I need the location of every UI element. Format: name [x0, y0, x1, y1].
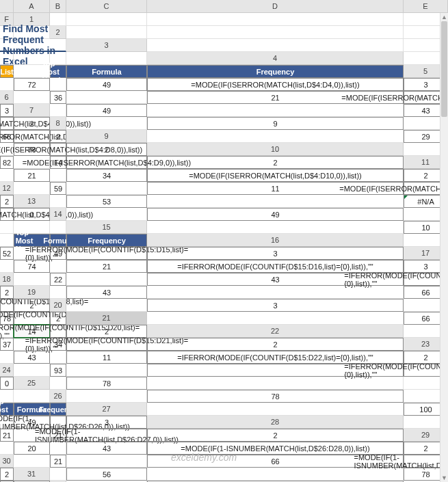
list-cell[interactable]: 22: [50, 273, 66, 286]
list-cell[interactable]: 21: [0, 429, 14, 442]
cell[interactable]: [147, 221, 404, 234]
row-header[interactable]: 7: [14, 104, 50, 117]
row-header[interactable]: 28: [147, 416, 404, 429]
row-header[interactable]: 8: [50, 117, 66, 130]
top-number-cell[interactable]: 43: [66, 442, 147, 455]
cell[interactable]: [0, 234, 14, 247]
cell[interactable]: [147, 377, 404, 390]
row-header[interactable]: 18: [0, 273, 14, 286]
vertical-scrollbar[interactable]: ▲ ▼: [440, 13, 448, 482]
cell[interactable]: [147, 26, 404, 39]
cell[interactable]: [66, 364, 147, 377]
frequency-cell[interactable]: 2: [66, 143, 147, 156]
frequency-cell[interactable]: 3: [0, 104, 14, 117]
top-numbers-header[interactable]: Top Most Numbers: [50, 65, 66, 78]
list-cell[interactable]: 93: [50, 364, 66, 377]
cell[interactable]: [50, 221, 66, 234]
cell[interactable]: [0, 169, 14, 182]
formula-cell[interactable]: =MODE(IF(ISERROR(MATCH(list,D$4:D12,0)),…: [0, 208, 14, 221]
formula-cell[interactable]: =MODE(IF(ISERROR(MATCH(list,D$4:D8,0)),l…: [50, 143, 66, 156]
list-cell[interactable]: 3: [147, 299, 404, 312]
frequency-cell[interactable]: 2: [14, 117, 50, 130]
scroll-up-arrow[interactable]: ▲: [440, 13, 448, 21]
list-cell[interactable]: 78: [66, 377, 147, 390]
formula-header[interactable]: Formula: [66, 65, 147, 78]
cell[interactable]: [50, 195, 66, 208]
cell[interactable]: [147, 13, 404, 26]
cell[interactable]: [50, 442, 66, 455]
cell[interactable]: [50, 377, 66, 390]
cell[interactable]: [50, 104, 66, 117]
column-header[interactable]: C: [66, 0, 147, 13]
cell[interactable]: [0, 260, 14, 273]
frequency-cell[interactable]: 0: [0, 377, 14, 390]
row-header[interactable]: 10: [147, 143, 404, 156]
frequency-cell[interactable]: 0: [14, 208, 50, 221]
column-header[interactable]: B: [50, 0, 66, 13]
cell[interactable]: [66, 52, 147, 65]
cell[interactable]: [66, 273, 147, 286]
cell[interactable]: [147, 286, 404, 299]
list-cell[interactable]: 43: [14, 351, 50, 364]
scroll-thumb[interactable]: [441, 21, 447, 117]
frequency-header[interactable]: Frequency: [147, 65, 404, 78]
cell[interactable]: [14, 182, 50, 195]
list-cell[interactable]: 74: [14, 260, 50, 273]
cell[interactable]: [66, 91, 147, 104]
cell[interactable]: [147, 312, 404, 325]
list-cell[interactable]: 21: [50, 455, 66, 468]
column-header[interactable]: E: [404, 0, 448, 13]
row-header[interactable]: 24: [0, 364, 14, 377]
cell[interactable]: [66, 208, 147, 221]
list-cell[interactable]: 53: [66, 195, 147, 208]
formula-cell[interactable]: =MODE(IF(ISERROR(MATCH(list,D$4:D4,0)),l…: [147, 78, 404, 91]
cell[interactable]: [50, 169, 66, 182]
cell[interactable]: [147, 403, 404, 416]
top-number-cell[interactable]: 34: [66, 169, 147, 182]
row-header[interactable]: 3: [66, 39, 147, 52]
cell[interactable]: [50, 351, 66, 364]
top-number-cell[interactable]: 11: [66, 351, 147, 364]
cell[interactable]: [147, 468, 404, 481]
list-cell[interactable]: 82: [0, 156, 14, 169]
frequency-cell[interactable]: 3: [147, 247, 404, 260]
row-header[interactable]: 13: [14, 195, 50, 208]
list-cell[interactable]: 78: [147, 390, 404, 403]
row-header[interactable]: 14: [50, 208, 66, 221]
row-header[interactable]: 4: [147, 52, 404, 65]
cell[interactable]: [14, 455, 50, 468]
list-cell[interactable]: 49: [147, 208, 404, 221]
row-header[interactable]: 15: [66, 221, 147, 234]
cell[interactable]: [147, 195, 404, 208]
cell[interactable]: [0, 52, 14, 65]
frequency-cell[interactable]: 2: [147, 338, 404, 351]
formula-cell[interactable]: =IFERROR(MODE(IF(COUNTIF(D$15:D21,list)=…: [66, 338, 147, 351]
row-header[interactable]: 6: [0, 91, 14, 104]
formula-cell[interactable]: =IFERROR(MODE(IF(COUNTIF(D$15:D15,list)=…: [66, 247, 147, 260]
cell[interactable]: [14, 273, 50, 286]
cell[interactable]: [14, 91, 50, 104]
list-cell[interactable]: 36: [50, 91, 66, 104]
cell[interactable]: [147, 104, 404, 117]
cell[interactable]: [66, 455, 147, 468]
frequency-cell[interactable]: 2: [147, 156, 404, 169]
column-header[interactable]: D: [147, 0, 404, 13]
cell[interactable]: [66, 13, 147, 26]
cell[interactable]: [66, 117, 147, 130]
formula-cell[interactable]: =MODE(IF(ISERROR(MATCH(list,D$4:D6,0)),l…: [0, 117, 14, 130]
column-header[interactable]: A: [14, 0, 50, 13]
cell[interactable]: [66, 26, 147, 39]
cell[interactable]: [147, 39, 404, 52]
list-cell[interactable]: 37: [0, 338, 14, 351]
row-header[interactable]: 26: [50, 390, 66, 403]
formula-cell[interactable]: =MODE(IF(ISERROR(MATCH(list,D$4:D9,0)),l…: [66, 156, 147, 169]
cell[interactable]: [147, 130, 404, 143]
cell[interactable]: [0, 351, 14, 364]
row-header[interactable]: 12: [0, 182, 14, 195]
formula-cell[interactable]: =MODE(IF(ISERROR(MATCH(list,D$4:D10,0)),…: [147, 169, 404, 182]
frequency-cell[interactable]: 2: [0, 195, 14, 208]
cell[interactable]: [66, 182, 147, 195]
list-cell[interactable]: 21: [14, 169, 50, 182]
row-header[interactable]: 30: [0, 455, 14, 468]
list-cell[interactable]: 72: [14, 78, 50, 91]
